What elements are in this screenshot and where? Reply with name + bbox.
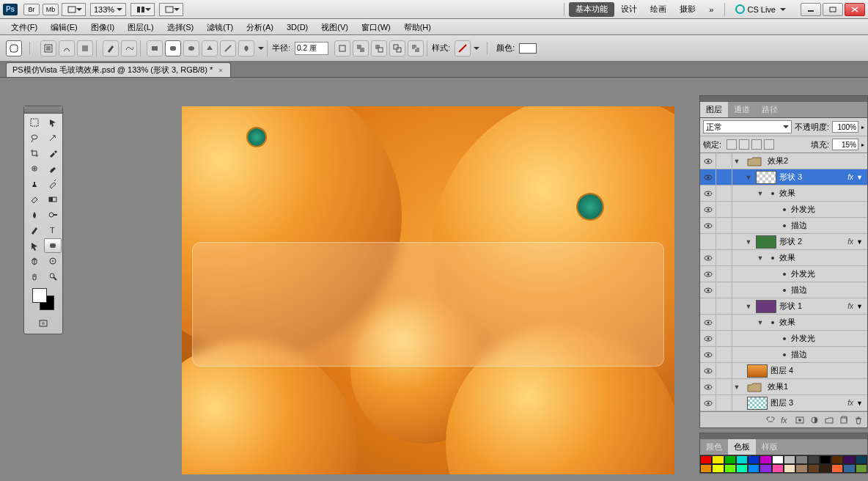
expand-icon[interactable]: ▼ <box>744 174 753 181</box>
tab-layers[interactable]: 图层 <box>700 102 728 117</box>
close-tab-icon[interactable]: × <box>217 67 224 74</box>
cslive-button[interactable]: CS Live <box>735 4 786 14</box>
eyedropper-tool[interactable] <box>44 146 62 161</box>
fx-expand-icon[interactable]: ▼ <box>856 238 863 246</box>
workspace-essentials[interactable]: 基本功能 <box>569 2 614 17</box>
fg-color[interactable] <box>32 288 47 303</box>
lock-trans-icon[interactable] <box>727 139 737 150</box>
visibility-toggle[interactable] <box>700 202 716 218</box>
color-swatch[interactable] <box>748 464 760 473</box>
subtract-shape-icon[interactable] <box>371 40 387 56</box>
pen-icon[interactable] <box>103 40 119 56</box>
shape-tool[interactable] <box>44 238 62 253</box>
color-swatch[interactable] <box>784 464 795 473</box>
menu-view[interactable]: 视图(V) <box>315 19 355 35</box>
visibility-toggle[interactable] <box>700 395 716 411</box>
layer-name[interactable]: 效果2 <box>768 155 867 166</box>
lasso-tool[interactable] <box>26 131 43 145</box>
color-swatch[interactable] <box>736 464 748 473</box>
color-swatch[interactable] <box>795 464 807 473</box>
brush-tool[interactable] <box>44 161 62 176</box>
color-swatch[interactable] <box>843 464 855 473</box>
layer-item[interactable]: ▼形状 3fx▼ <box>700 169 867 186</box>
color-swatch[interactable] <box>856 455 867 464</box>
link-icon[interactable] <box>766 416 775 425</box>
lock-pos-icon[interactable] <box>751 139 762 150</box>
fx-expand-icon[interactable]: ▼ <box>856 174 863 181</box>
menu-window[interactable]: 窗口(W) <box>355 19 397 35</box>
layer-item[interactable]: 图层 3fx▼ <box>700 395 867 411</box>
history-brush-tool[interactable] <box>44 177 62 191</box>
document-tab[interactable]: PS模仿Vista 毛玻璃效果.psd @ 133% (形状 3, RGB/8)… <box>6 62 231 77</box>
layer-item[interactable]: ▼形状 1fx▼ <box>700 298 867 315</box>
visibility-toggle[interactable] <box>700 347 716 363</box>
color-swatch[interactable] <box>712 464 724 473</box>
tab-channels[interactable]: 通道 <box>728 102 756 117</box>
layer-item[interactable]: 外发光 <box>700 331 867 347</box>
line-shape-icon[interactable] <box>220 40 236 56</box>
color-swatch[interactable] <box>760 464 771 473</box>
stamp-tool[interactable] <box>26 177 43 191</box>
menu-3d[interactable]: 3D(D) <box>280 19 315 35</box>
marquee-tool[interactable] <box>26 115 43 130</box>
color-swatch[interactable] <box>736 455 748 464</box>
color-swatch[interactable] <box>724 455 736 464</box>
menu-image[interactable]: 图像(I) <box>84 19 121 35</box>
color-swatch[interactable] <box>820 464 831 473</box>
toolbox-handle[interactable] <box>24 106 62 114</box>
panel-handle[interactable] <box>700 433 867 439</box>
color-picker[interactable] <box>32 288 54 310</box>
trash-icon[interactable] <box>854 416 863 425</box>
screenmode-dropdown[interactable] <box>62 3 86 16</box>
fx-expand-icon[interactable]: ▼ <box>856 303 863 310</box>
layer-item[interactable]: ▼效果 <box>700 250 867 266</box>
lock-all-icon[interactable] <box>764 139 774 150</box>
type-tool[interactable]: T <box>44 223 62 238</box>
eraser-tool[interactable] <box>26 192 43 207</box>
bridge-button[interactable]: Br <box>23 4 40 15</box>
tab-swatches[interactable]: 色板 <box>728 439 756 455</box>
menu-select[interactable]: 选择(S) <box>161 19 201 35</box>
panel-handle[interactable] <box>700 96 867 102</box>
zoom-tool[interactable] <box>44 269 62 284</box>
layer-item[interactable]: ▼效果 <box>700 315 867 331</box>
color-swatch[interactable] <box>712 455 724 464</box>
move-tool[interactable] <box>44 115 62 130</box>
close-button[interactable] <box>845 3 865 16</box>
shape-layers-icon[interactable] <box>40 40 56 56</box>
expand-icon[interactable]: ▼ <box>732 383 741 391</box>
color-swatch[interactable] <box>831 464 843 473</box>
menu-layer[interactable]: 图层(L) <box>121 19 160 35</box>
visibility-toggle[interactable] <box>700 298 716 315</box>
layer-item[interactable]: 图层 4 <box>700 363 867 379</box>
menu-edit[interactable]: 编辑(E) <box>44 19 84 35</box>
layer-name[interactable]: 图层 4 <box>770 365 867 376</box>
zoom-dropdown[interactable]: 133% <box>90 3 126 16</box>
layer-item[interactable]: 描边 <box>700 282 867 298</box>
visibility-toggle[interactable] <box>700 363 716 379</box>
hand-tool[interactable] <box>26 269 43 284</box>
3d-camera-tool[interactable] <box>44 254 62 268</box>
menu-analysis[interactable]: 分析(A) <box>240 19 280 35</box>
path-select-tool[interactable] <box>26 238 43 253</box>
visibility-toggle[interactable] <box>700 250 716 266</box>
visibility-toggle[interactable] <box>700 282 716 298</box>
layer-item[interactable]: ▼效果2 <box>700 153 867 169</box>
minibridge-button[interactable]: Mb <box>43 4 59 15</box>
layer-item[interactable]: 外发光 <box>700 266 867 282</box>
workspace-design[interactable]: 设计 <box>614 2 644 17</box>
visibility-toggle[interactable] <box>700 331 716 347</box>
rect-shape-icon[interactable] <box>147 40 163 56</box>
layer-item[interactable]: 外发光 <box>700 202 867 218</box>
color-swatch[interactable] <box>748 455 760 464</box>
workspace-painting[interactable]: 绘画 <box>644 2 673 17</box>
tool-preset-button[interactable] <box>6 40 22 56</box>
maximize-button[interactable] <box>823 3 843 16</box>
color-swatch[interactable] <box>795 455 807 464</box>
fx-expand-icon[interactable]: ▼ <box>856 400 863 407</box>
color-swatch[interactable] <box>856 464 867 473</box>
color-swatch[interactable] <box>724 464 736 473</box>
group-icon[interactable] <box>825 416 834 425</box>
freeform-pen-icon[interactable] <box>121 40 137 56</box>
extras-dropdown[interactable] <box>159 3 183 16</box>
